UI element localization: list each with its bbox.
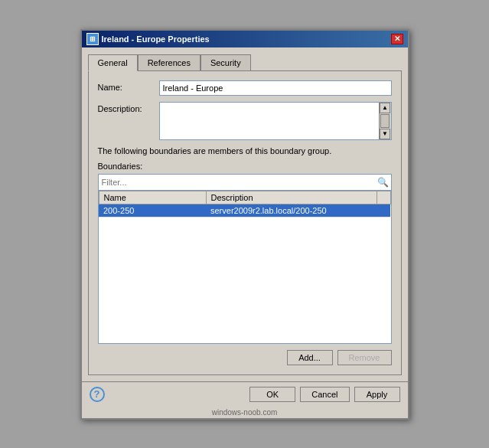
- action-buttons-row: Add... Remove: [98, 350, 392, 365]
- dialog-footer: ? OK Cancel Apply: [82, 381, 408, 407]
- filter-row: 🔍: [98, 174, 392, 191]
- title-bar: ⊞ Ireland - Europe Properties ✕: [82, 31, 408, 47]
- col-header-description: Description: [206, 191, 377, 204]
- scroll-up-btn[interactable]: ▲: [380, 103, 390, 113]
- name-row: Name:: [98, 80, 392, 96]
- remove-button[interactable]: Remove: [337, 350, 392, 365]
- search-icon: 🔍: [376, 175, 391, 190]
- dialog-window: ⊞ Ireland - Europe Properties ✕ General …: [80, 29, 409, 420]
- name-input[interactable]: [159, 80, 392, 96]
- title-bar-title: ⊞ Ireland - Europe Properties: [86, 33, 210, 45]
- watermark: windows-noob.com: [82, 407, 408, 418]
- cell-description: server2009r2.lab.local/200-250: [206, 204, 377, 217]
- cell-extra: [377, 204, 390, 217]
- boundaries-table-wrap: Name Description 200-250 server2009r2.la…: [98, 191, 392, 344]
- table-header: Name Description: [99, 191, 390, 204]
- col-header-extra: [377, 191, 390, 204]
- tab-security[interactable]: Security: [200, 54, 251, 71]
- cancel-button[interactable]: Cancel: [300, 387, 349, 402]
- close-button[interactable]: ✕: [391, 34, 403, 44]
- tab-general[interactable]: General: [88, 54, 138, 71]
- name-label: Name:: [98, 80, 159, 92]
- apply-button[interactable]: Apply: [354, 387, 400, 402]
- window-icon: ⊞: [86, 33, 99, 45]
- footer-buttons: OK Cancel Apply: [249, 387, 399, 402]
- table-row[interactable]: 200-250 server2009r2.lab.local/200-250: [99, 204, 390, 217]
- add-button[interactable]: Add...: [287, 350, 333, 365]
- description-textarea-wrap: ▲ ▼: [159, 102, 392, 140]
- tab-content-general: Name: Description: ▲ ▼ The following bou…: [88, 70, 402, 375]
- tab-bar: General References Security: [88, 54, 402, 70]
- help-button[interactable]: ?: [90, 387, 105, 402]
- description-row: Description: ▲ ▼: [98, 102, 392, 140]
- filter-input[interactable]: [99, 176, 376, 188]
- window-title: Ireland - Europe Properties: [102, 34, 210, 44]
- cell-name: 200-250: [99, 204, 206, 217]
- dialog-body: General References Security Name: Descri…: [82, 47, 408, 381]
- scroll-thumb[interactable]: [380, 114, 390, 128]
- description-label: Description:: [98, 102, 159, 113]
- tab-references[interactable]: References: [138, 54, 200, 71]
- boundaries-info-text: The following boundaries are members of …: [98, 146, 392, 155]
- table-body: 200-250 server2009r2.lab.local/200-250: [99, 204, 390, 217]
- col-header-name: Name: [99, 191, 206, 204]
- scroll-down-btn[interactable]: ▼: [380, 129, 390, 139]
- boundaries-label: Boundaries:: [98, 162, 392, 171]
- description-scrollbar[interactable]: ▲ ▼: [379, 103, 391, 139]
- ok-button[interactable]: OK: [249, 387, 295, 402]
- boundaries-table: Name Description 200-250 server2009r2.la…: [99, 191, 391, 217]
- description-textarea[interactable]: [160, 103, 379, 139]
